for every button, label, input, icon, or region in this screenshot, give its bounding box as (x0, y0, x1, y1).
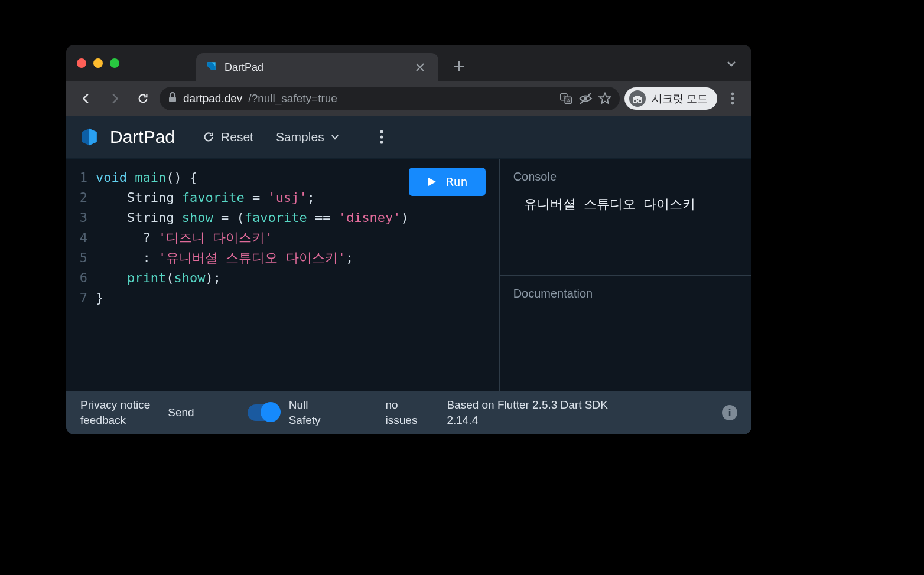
console-title: Console (513, 170, 738, 184)
forward-button[interactable] (103, 87, 126, 110)
close-tab-button[interactable] (412, 60, 428, 76)
tab-strip: DartPad (66, 45, 751, 81)
identifier: favorite (182, 190, 245, 205)
send-feedback-link[interactable]: Send (168, 406, 194, 419)
footer-text: Based on Flutter 2.5.3 Dart SDK (447, 397, 704, 413)
toolbar: dartpad.dev/?null_safety=true 文A 시크릿 모드 (66, 81, 751, 116)
code-text: == (307, 210, 339, 225)
code-text: = (245, 190, 268, 205)
code-text: ; (307, 190, 315, 205)
console-output: 유니버셜 스튜디오 다이스키 (513, 195, 738, 213)
tab-title: DartPad (225, 61, 405, 74)
line-number: 3 (66, 208, 96, 228)
url-path: /?null_safety=true (248, 92, 337, 105)
run-label: Run (447, 175, 468, 189)
string-literal: 'disney' (339, 210, 401, 225)
line-number: 7 (66, 288, 96, 308)
documentation-title: Documentation (513, 287, 738, 300)
eye-off-icon[interactable] (578, 92, 593, 105)
string-literal: '디즈니 다이스키' (158, 230, 273, 245)
keyword: void (96, 170, 127, 185)
code-text: () { (166, 170, 197, 185)
svg-rect-2 (169, 97, 176, 102)
translate-icon[interactable]: 文A (559, 92, 572, 105)
svg-marker-20 (428, 178, 436, 186)
app-header: DartPad Reset Samples (66, 116, 751, 158)
incognito-label: 시크릿 모드 (652, 92, 708, 106)
svg-point-13 (731, 97, 734, 100)
run-button[interactable]: Run (409, 168, 486, 196)
dart-logo-icon (79, 127, 99, 147)
null-safety-toggle-group: Null Safety (248, 397, 321, 427)
url-host: dartpad.dev (183, 92, 242, 105)
incognito-badge[interactable]: 시크릿 모드 (624, 87, 717, 110)
back-button[interactable] (74, 87, 98, 110)
minimize-window-button[interactable] (93, 58, 103, 68)
samples-dropdown[interactable]: Samples (270, 125, 346, 149)
samples-label: Samples (276, 130, 324, 144)
privacy-link[interactable]: Privacy notice feedback (80, 397, 150, 427)
reload-button[interactable] (131, 87, 155, 110)
app-footer: Privacy notice feedback Send Null Safety… (66, 391, 751, 434)
footer-text: Null (289, 397, 321, 413)
documentation-panel: Documentation (500, 275, 751, 391)
tab-overflow-button[interactable] (725, 58, 737, 72)
footer-text: issues (386, 413, 418, 428)
svg-point-18 (380, 135, 383, 138)
chevron-down-icon (330, 132, 340, 142)
null-safety-toggle[interactable] (248, 404, 279, 421)
string-literal: 'usj' (268, 190, 307, 205)
code-editor[interactable]: Run 1 void main() { 2 String favorite = … (66, 159, 500, 391)
svg-point-12 (731, 93, 734, 96)
code-text: ); (205, 270, 221, 285)
footer-text: Privacy notice (80, 397, 150, 413)
code-text: ? (142, 230, 158, 245)
svg-point-9 (633, 99, 637, 103)
code-text: ) (401, 210, 409, 225)
code-text: ( (166, 270, 174, 285)
app-body: Run 1 void main() { 2 String favorite = … (66, 158, 751, 391)
svg-text:A: A (567, 98, 570, 103)
svg-point-14 (731, 102, 734, 105)
close-window-button[interactable] (77, 58, 86, 68)
browser-window: DartPad dartpad.dev/?null_safety=true (66, 45, 751, 434)
identifier: show (182, 210, 213, 225)
svg-point-19 (380, 141, 383, 143)
play-icon (427, 177, 437, 187)
footer-text: Safety (289, 413, 321, 428)
issues-status: no issues (386, 397, 418, 427)
new-tab-button[interactable] (449, 56, 469, 76)
browser-menu-button[interactable] (722, 92, 743, 105)
version-info: Based on Flutter 2.5.3 Dart SDK 2.14.4 (447, 397, 704, 427)
app-menu-button[interactable] (374, 125, 389, 149)
right-pane: Console 유니버셜 스튜디오 다이스키 Documentation (500, 159, 751, 391)
incognito-icon (629, 90, 646, 107)
reset-button[interactable]: Reset (196, 125, 259, 149)
null-safety-label: Null Safety (289, 397, 321, 427)
console-panel: Console 유니버셜 스튜디오 다이스키 (500, 159, 751, 275)
code-line: 6 print(show); (66, 268, 499, 288)
svg-point-10 (638, 99, 642, 103)
address-bar[interactable]: dartpad.dev/?null_safety=true 文A (160, 87, 620, 110)
code-line: 7 } (66, 288, 499, 308)
svg-marker-16 (89, 129, 97, 145)
svg-text:文: 文 (562, 94, 567, 100)
footer-text: 2.14.4 (447, 413, 704, 428)
maximize-window-button[interactable] (110, 58, 119, 68)
code-text: : (142, 250, 158, 265)
browser-tab[interactable]: DartPad (196, 53, 438, 81)
identifier: show (174, 270, 205, 285)
type: String (127, 190, 174, 205)
line-number: 4 (66, 228, 96, 248)
code-text: = ( (213, 210, 245, 225)
string-literal: '유니버셜 스튜디오 다이스키' (158, 250, 346, 265)
star-icon[interactable] (598, 92, 611, 105)
identifier: main (135, 170, 166, 185)
identifier: print (127, 270, 166, 285)
lock-icon (168, 92, 177, 106)
window-controls (77, 58, 119, 68)
refresh-icon (202, 130, 215, 143)
info-icon[interactable]: i (722, 405, 737, 420)
code-text: } (96, 288, 103, 308)
code-line: 4 ? '디즈니 다이스키' (66, 228, 499, 248)
